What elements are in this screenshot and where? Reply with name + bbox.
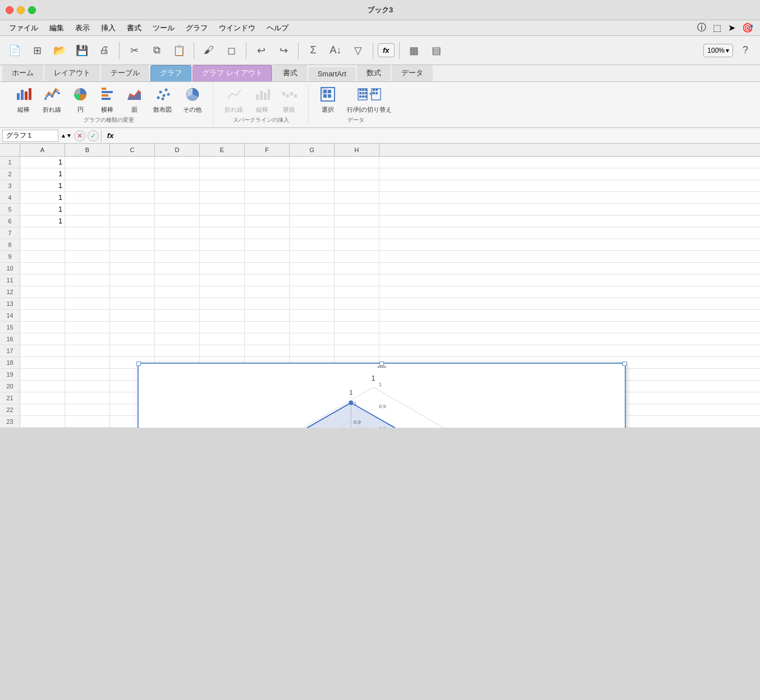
cell[interactable]: [20, 369, 65, 380]
maximize-button[interactable]: [28, 6, 36, 14]
cell[interactable]: [65, 192, 110, 203]
col-header-c[interactable]: C: [110, 144, 155, 156]
cell[interactable]: 1: [20, 192, 65, 203]
cell[interactable]: [200, 345, 245, 356]
cell[interactable]: [245, 216, 290, 227]
row-header[interactable]: 21: [0, 392, 20, 404]
row-header[interactable]: 19: [0, 369, 20, 380]
chart-scatter-button[interactable]: 散布図: [149, 84, 176, 116]
cell[interactable]: [65, 227, 110, 239]
save-button[interactable]: 💾: [72, 40, 92, 61]
tab-data[interactable]: データ: [392, 65, 433, 81]
cell[interactable]: [65, 322, 110, 333]
cell[interactable]: [290, 204, 335, 215]
cell[interactable]: [110, 216, 155, 227]
row-header[interactable]: 18: [0, 357, 20, 368]
cell[interactable]: [65, 286, 110, 298]
row-header[interactable]: 7: [0, 227, 20, 239]
cell[interactable]: [20, 345, 65, 356]
cell[interactable]: [20, 416, 65, 427]
cell[interactable]: [245, 333, 290, 345]
cell[interactable]: [20, 392, 65, 404]
tab-formula[interactable]: 数式: [357, 65, 391, 81]
cell[interactable]: [20, 357, 65, 368]
cell[interactable]: [110, 333, 155, 345]
row-header[interactable]: 22: [0, 404, 20, 415]
cell[interactable]: [65, 357, 110, 368]
cell[interactable]: [290, 192, 335, 203]
sum-button[interactable]: Σ: [303, 40, 323, 61]
cell[interactable]: [65, 345, 110, 356]
chart-column-button[interactable]: 縦棒: [11, 84, 36, 116]
cell[interactable]: [20, 404, 65, 415]
cell[interactable]: [335, 263, 379, 274]
cell[interactable]: [110, 192, 155, 203]
cell[interactable]: [110, 310, 155, 321]
cell[interactable]: [20, 251, 65, 262]
tab-chart[interactable]: グラフ: [150, 65, 191, 81]
cell[interactable]: [65, 369, 110, 380]
row-header[interactable]: 6: [0, 216, 20, 227]
row-header[interactable]: 2: [0, 168, 20, 180]
cell[interactable]: [335, 157, 379, 168]
send-icon[interactable]: ➤: [726, 22, 738, 33]
open-button[interactable]: 📂: [49, 40, 70, 61]
cell[interactable]: [245, 168, 290, 180]
cell[interactable]: 1: [20, 204, 65, 215]
cell[interactable]: [245, 322, 290, 333]
filter-button[interactable]: ▽: [348, 40, 368, 61]
cell[interactable]: [65, 239, 110, 250]
row-header[interactable]: 1: [0, 157, 20, 168]
new-button[interactable]: 📄: [4, 40, 25, 61]
menu-view[interactable]: 表示: [71, 22, 94, 34]
cell[interactable]: [200, 274, 245, 286]
cell[interactable]: [290, 251, 335, 262]
cell[interactable]: [290, 239, 335, 250]
cell[interactable]: [290, 333, 335, 345]
cell[interactable]: [20, 322, 65, 333]
cell[interactable]: [335, 204, 379, 215]
cell[interactable]: [290, 298, 335, 309]
cell[interactable]: [110, 322, 155, 333]
row-header[interactable]: 9: [0, 251, 20, 262]
cell[interactable]: [335, 168, 379, 180]
cell[interactable]: [20, 286, 65, 298]
cell[interactable]: [335, 345, 379, 356]
cell[interactable]: [200, 180, 245, 191]
menu-format[interactable]: 書式: [122, 22, 146, 34]
cell[interactable]: [290, 322, 335, 333]
cell[interactable]: [200, 263, 245, 274]
cell[interactable]: [245, 227, 290, 239]
cell[interactable]: [200, 310, 245, 321]
cell[interactable]: [110, 251, 155, 262]
cell[interactable]: [200, 157, 245, 168]
cell[interactable]: [200, 286, 245, 298]
cell[interactable]: [65, 298, 110, 309]
cell[interactable]: [110, 168, 155, 180]
row-header[interactable]: 10: [0, 263, 20, 274]
cell[interactable]: [20, 298, 65, 309]
row-header[interactable]: 15: [0, 322, 20, 333]
sort-button[interactable]: A↓: [326, 40, 346, 61]
cell[interactable]: [200, 204, 245, 215]
cell[interactable]: [155, 239, 200, 250]
undo-button[interactable]: ↩: [251, 40, 271, 61]
cell[interactable]: [110, 286, 155, 298]
cell[interactable]: [335, 333, 379, 345]
cell[interactable]: [110, 204, 155, 215]
cell[interactable]: 1: [20, 168, 65, 180]
cell[interactable]: [200, 322, 245, 333]
chart-line-button[interactable]: 折れ線: [38, 84, 66, 116]
sparkline-line-button[interactable]: 折れ線: [220, 84, 248, 116]
cell[interactable]: [290, 310, 335, 321]
cell[interactable]: [110, 345, 155, 356]
cell[interactable]: [155, 216, 200, 227]
cell[interactable]: [155, 286, 200, 298]
col-header-e[interactable]: E: [200, 144, 245, 156]
cell[interactable]: [65, 274, 110, 286]
cell[interactable]: [65, 216, 110, 227]
chart-area-button[interactable]: 面: [122, 84, 146, 116]
menu-file[interactable]: ファイル: [4, 22, 43, 34]
col-header-f[interactable]: F: [245, 144, 290, 156]
cell[interactable]: [245, 310, 290, 321]
